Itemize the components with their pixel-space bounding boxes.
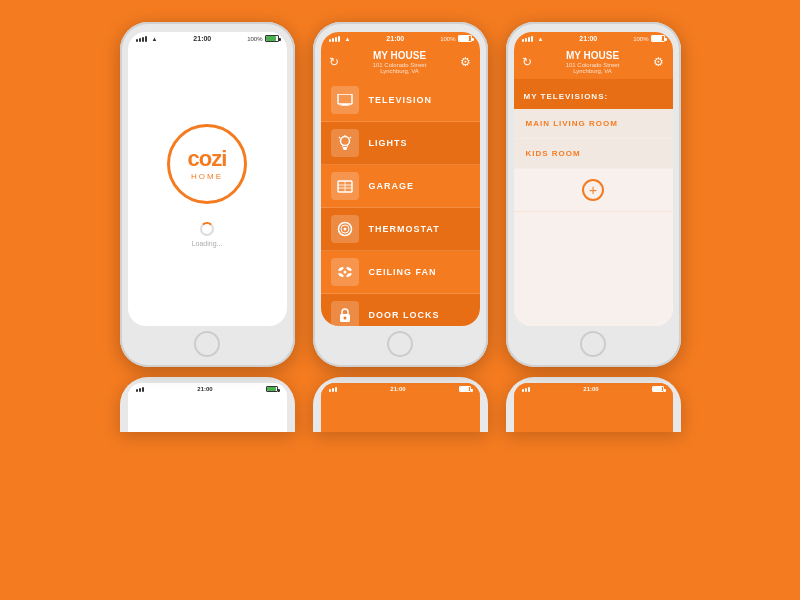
svg-point-16 bbox=[343, 271, 346, 274]
bottom-phones-row: 21:00 21:00 bbox=[0, 377, 800, 432]
cozi-logo: cozi HOME bbox=[167, 124, 247, 204]
loading-indicator: Loading... bbox=[192, 222, 223, 247]
tv-item-kids-room[interactable]: KIDS ROOM bbox=[514, 139, 673, 169]
status-time-3: 21:00 bbox=[579, 35, 597, 42]
menu-item-lights[interactable]: LIGHTS bbox=[321, 122, 480, 165]
kids-room-label: KIDS ROOM bbox=[526, 149, 581, 158]
ceiling-fan-icon bbox=[331, 258, 359, 286]
bottom-phone-3: 21:00 bbox=[506, 377, 681, 432]
add-tv-button[interactable]: + bbox=[514, 169, 673, 212]
phone-menu-screen: ▲ 21:00 100% ↻ MY HOUSE 101 Colorado Str… bbox=[321, 32, 480, 326]
menu-item-door-locks[interactable]: DOOR LOCKS bbox=[321, 294, 480, 326]
bottom-status-2: 21:00 bbox=[321, 383, 480, 395]
status-bar-2: ▲ 21:00 100% bbox=[321, 32, 480, 45]
thermostat-icon bbox=[331, 215, 359, 243]
battery-pct-2: 100% bbox=[440, 36, 455, 42]
tv-header: ↻ MY HOUSE 101 Colorado Street Lynchburg… bbox=[514, 45, 673, 79]
status-time-2: 21:00 bbox=[386, 35, 404, 42]
svg-point-15 bbox=[343, 228, 346, 231]
garage-icon bbox=[331, 172, 359, 200]
ceiling-fan-label: CEILING FAN bbox=[369, 267, 437, 277]
spinner-icon bbox=[200, 222, 214, 236]
main-living-room-label: MAIN LIVING ROOM bbox=[526, 119, 618, 128]
bottom-time-3: 21:00 bbox=[583, 386, 598, 392]
tv-refresh-icon[interactable]: ↻ bbox=[522, 55, 532, 69]
svg-point-17 bbox=[337, 266, 344, 272]
phones-row: ▲ 21:00 100% cozi HOME bbox=[0, 0, 800, 367]
phone-splash-screen: ▲ 21:00 100% cozi HOME bbox=[128, 32, 287, 326]
house-address-2: Lynchburg, VA bbox=[373, 68, 427, 74]
settings-icon[interactable]: ⚙ bbox=[460, 55, 471, 69]
main-container: ▲ 21:00 100% cozi HOME bbox=[0, 0, 800, 600]
svg-line-7 bbox=[339, 137, 340, 138]
menu-item-garage[interactable]: GARAGE bbox=[321, 165, 480, 208]
menu-item-television[interactable]: TELEVISION bbox=[321, 79, 480, 122]
status-bar-3: ▲ 21:00 100% bbox=[514, 32, 673, 45]
tv-list-filler bbox=[514, 212, 673, 326]
phone-splash: ▲ 21:00 100% cozi HOME bbox=[120, 22, 295, 367]
bottom-screen-2: 21:00 bbox=[321, 383, 480, 432]
television-icon bbox=[331, 86, 359, 114]
tv-house-address-2: Lynchburg, VA bbox=[566, 68, 620, 74]
svg-point-20 bbox=[345, 272, 352, 278]
menu-list: TELEVISION bbox=[321, 79, 480, 326]
house-title: MY HOUSE bbox=[373, 50, 427, 62]
bottom-phone-1: 21:00 bbox=[120, 377, 295, 432]
svg-rect-2 bbox=[340, 106, 350, 107]
phone-tv: ▲ 21:00 100% ↻ MY HOUSE 101 Colorado Str… bbox=[506, 22, 681, 367]
menu-item-thermostat[interactable]: THERMOSTAT bbox=[321, 208, 480, 251]
battery-pct-3: 100% bbox=[633, 36, 648, 42]
status-bar-1: ▲ 21:00 100% bbox=[128, 32, 287, 45]
garage-label: GARAGE bbox=[369, 181, 415, 191]
cozi-brand-text: cozi bbox=[188, 148, 227, 170]
tv-item-main-living-room[interactable]: MAIN LIVING ROOM bbox=[514, 109, 673, 139]
loading-text: Loading... bbox=[192, 240, 223, 247]
svg-line-8 bbox=[350, 137, 351, 138]
home-button-1[interactable] bbox=[194, 331, 220, 357]
svg-point-19 bbox=[337, 272, 344, 278]
svg-point-22 bbox=[343, 317, 346, 320]
svg-rect-0 bbox=[338, 94, 352, 104]
television-label: TELEVISION bbox=[369, 95, 433, 105]
phone-menu: ▲ 21:00 100% ↻ MY HOUSE 101 Colorado Str… bbox=[313, 22, 488, 367]
bottom-time-2: 21:00 bbox=[390, 386, 405, 392]
bottom-time-1: 21:00 bbox=[197, 386, 212, 392]
my-televisions-label: MY TELEVISIONS: bbox=[514, 79, 673, 109]
tv-house-title: MY HOUSE bbox=[566, 50, 620, 62]
splash-content: cozi HOME Loading... bbox=[128, 45, 287, 326]
menu-item-ceiling-fan[interactable]: CEILING FAN bbox=[321, 251, 480, 294]
lights-label: LIGHTS bbox=[369, 138, 408, 148]
battery-pct-1: 100% bbox=[247, 36, 262, 42]
plus-circle-icon: + bbox=[582, 179, 604, 201]
svg-point-18 bbox=[345, 266, 352, 272]
status-time-1: 21:00 bbox=[193, 35, 211, 42]
bottom-status-3: 21:00 bbox=[514, 383, 673, 395]
tv-list: MY TELEVISIONS: MAIN LIVING ROOM KIDS RO… bbox=[514, 79, 673, 326]
bottom-screen-3: 21:00 bbox=[514, 383, 673, 432]
bottom-status-1: 21:00 bbox=[128, 383, 287, 395]
cozi-home-text: HOME bbox=[191, 172, 223, 181]
door-locks-label: DOOR LOCKS bbox=[369, 310, 440, 320]
tv-settings-icon[interactable]: ⚙ bbox=[653, 55, 664, 69]
home-button-2[interactable] bbox=[387, 331, 413, 357]
menu-header: ↻ MY HOUSE 101 Colorado Street Lynchburg… bbox=[321, 45, 480, 79]
lights-icon bbox=[331, 129, 359, 157]
svg-point-3 bbox=[340, 137, 349, 146]
lock-icon bbox=[331, 301, 359, 326]
thermostat-label: THERMOSTAT bbox=[369, 224, 440, 234]
refresh-icon[interactable]: ↻ bbox=[329, 55, 339, 69]
phone-tv-screen: ▲ 21:00 100% ↻ MY HOUSE 101 Colorado Str… bbox=[514, 32, 673, 326]
bottom-screen-1: 21:00 bbox=[128, 383, 287, 432]
home-button-3[interactable] bbox=[580, 331, 606, 357]
svg-rect-1 bbox=[342, 104, 348, 106]
bottom-phone-2: 21:00 bbox=[313, 377, 488, 432]
